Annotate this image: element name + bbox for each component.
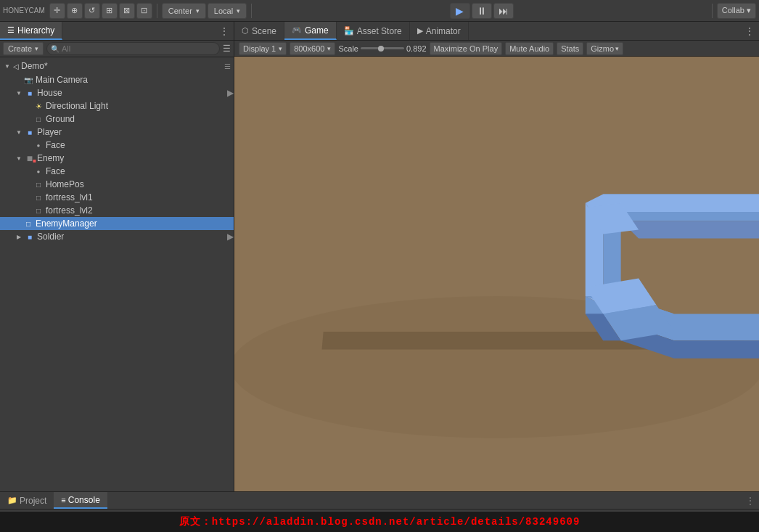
- scale-thumb: [378, 46, 384, 52]
- tab-hierarchy-label: Hierarchy: [17, 25, 54, 36]
- player-arrow: ▼: [15, 128, 23, 136]
- hier-label-ground: Ground: [46, 114, 75, 124]
- player-icon: ■: [25, 127, 35, 137]
- hier-item-face-enemy[interactable]: ● Face: [0, 165, 234, 178]
- hier-label-fortress-lvl2: fortress_lvl2: [46, 205, 93, 216]
- tab-project-label: Project: [20, 496, 46, 506]
- create-button[interactable]: Create: [3, 42, 44, 55]
- scene-root[interactable]: ▼ ◁ Demo* ☰: [0, 59, 234, 73]
- mute-audio-btn[interactable]: Mute Audio: [505, 42, 554, 55]
- face-enemy-icon: ●: [33, 166, 44, 176]
- scale-tool[interactable]: ⊞: [102, 3, 118, 19]
- top-toolbar: HONEYCAM ✛ ⊕ ↺ ⊞ ⊠ ⊡ Center Local ▶ ⏸ ⏭ …: [0, 0, 759, 22]
- app-logo: HONEYCAM: [3, 7, 45, 15]
- hier-item-homepos[interactable]: □ HomePos: [0, 178, 234, 191]
- project-icon: 📁: [7, 496, 17, 505]
- tab-animator[interactable]: ▶ Animator: [410, 22, 469, 40]
- tabs-row: ☰ Hierarchy ⋮ ⬡ Scene 🎮 Game 🏪 Asset Sto…: [0, 22, 759, 41]
- scene-name: Demo*: [21, 61, 48, 71]
- stats-btn[interactable]: Stats: [557, 42, 583, 55]
- maximize-on-play-btn[interactable]: Maximize On Play: [430, 42, 503, 55]
- main-layout: Create 🔍 ☰ ▼ ◁ Demo* ☰ 📷 Main Camera: [0, 41, 759, 491]
- hier-item-house[interactable]: ▼ ■ House ▶: [0, 86, 234, 99]
- hier-item-enemy-manager[interactable]: □ EnemyManager: [0, 217, 234, 230]
- game-canvas: [234, 57, 759, 491]
- right-tab-group: ⬡ Scene 🎮 Game 🏪 Asset Store ▶ Animator …: [234, 22, 759, 40]
- hier-item-directional-light[interactable]: ☀ Directional Light: [0, 99, 234, 112]
- tab-project[interactable]: 📁 Project: [0, 492, 54, 509]
- hier-label-face-player: Face: [46, 140, 65, 150]
- play-controls: ▶ ⏸ ⏭: [450, 3, 514, 19]
- scene-svg: [234, 57, 759, 491]
- house-icon: ■: [25, 88, 35, 98]
- play-button[interactable]: ▶: [450, 3, 470, 19]
- game-view-menu[interactable]: ⋮: [740, 22, 759, 40]
- collab-button[interactable]: Collab ▾: [717, 3, 756, 19]
- hier-item-fortress-lvl1[interactable]: □ fortress_lvl1: [0, 191, 234, 204]
- hierarchy-menu[interactable]: ⋮: [215, 22, 234, 40]
- asset-icon: 🏪: [344, 26, 354, 36]
- hier-item-enemy[interactable]: ▼ ■ ■ Enemy: [0, 152, 234, 165]
- hier-item-face-player[interactable]: ● Face: [0, 139, 234, 152]
- console-icon: ≡: [61, 496, 65, 504]
- hier-item-ground[interactable]: □ Ground: [0, 112, 234, 126]
- light-icon: ☀: [33, 101, 44, 111]
- hand-tool[interactable]: ✛: [49, 3, 65, 19]
- scene-options[interactable]: ☰: [224, 62, 231, 70]
- pause-button[interactable]: ⏸: [472, 3, 492, 19]
- tab-console-label: Console: [68, 495, 100, 505]
- hier-label-fortress-lvl1: fortress_lvl1: [46, 192, 93, 202]
- resolution-selector[interactable]: 800x600: [290, 42, 335, 55]
- scene-icon: ⬡: [242, 26, 249, 36]
- hierarchy-panel: Create 🔍 ☰ ▼ ◁ Demo* ☰ 📷 Main Camera: [0, 41, 234, 491]
- scale-value: 0.892: [406, 44, 427, 53]
- search-wrap: 🔍: [46, 42, 220, 55]
- hier-label-face-enemy: Face: [46, 166, 65, 176]
- tab-scene[interactable]: ⬡ Scene: [234, 22, 284, 40]
- hier-item-player[interactable]: ▼ ■ Player: [0, 126, 234, 139]
- pivot-group: Center Local: [162, 3, 247, 19]
- pivot-center-btn[interactable]: Center: [162, 3, 206, 19]
- enemymanager-icon: □: [23, 218, 33, 229]
- search-icon: 🔍: [51, 45, 60, 53]
- watermark: 原文：https://aladdin.blog.csdn.net/article…: [0, 512, 759, 532]
- animator-icon: ▶: [417, 26, 423, 36]
- bottom-panel-menu[interactable]: ⋮: [742, 492, 759, 509]
- rotate-tool[interactable]: ↺: [84, 3, 100, 19]
- pivot-local-btn[interactable]: Local: [208, 3, 247, 19]
- fortress1-icon: □: [33, 192, 44, 202]
- tab-game[interactable]: 🎮 Game: [284, 22, 337, 40]
- tab-hierarchy[interactable]: ☰ Hierarchy: [0, 22, 62, 40]
- rect-tool[interactable]: ⊠: [119, 3, 135, 19]
- separator-3: [712, 4, 713, 18]
- hier-label-enemy: Enemy: [37, 153, 64, 163]
- tab-animator-label: Animator: [426, 26, 461, 36]
- homepos-icon: □: [33, 179, 44, 189]
- left-tab-group: ☰ Hierarchy ⋮: [0, 22, 234, 40]
- transform-tool[interactable]: ⊡: [136, 3, 152, 19]
- hier-item-main-camera[interactable]: 📷 Main Camera: [0, 73, 234, 86]
- hierarchy-menu-btn[interactable]: ☰: [223, 44, 231, 54]
- transform-tools: ✛ ⊕ ↺ ⊞ ⊠ ⊡: [49, 3, 152, 19]
- bottom-tabs: 📁 Project ≡ Console ⋮: [0, 492, 759, 510]
- display-selector[interactable]: Display 1: [239, 42, 287, 55]
- hier-item-soldier[interactable]: ▶ ■ Soldier ▶: [0, 230, 234, 243]
- ground-icon: □: [33, 114, 44, 124]
- scene-icon-item: ◁: [13, 62, 19, 70]
- scale-slider[interactable]: [361, 47, 404, 49]
- hier-label-enemy-manager: EnemyManager: [36, 218, 97, 229]
- hierarchy-icon: ☰: [7, 25, 15, 35]
- hierarchy-toolbar: Create 🔍 ☰: [0, 41, 234, 57]
- search-input[interactable]: [46, 42, 220, 55]
- separator-2: [251, 4, 252, 18]
- watermark-text: 原文：https://aladdin.blog.csdn.net/article…: [179, 515, 580, 528]
- scale-label: Scale: [338, 44, 358, 53]
- step-button[interactable]: ⏭: [493, 3, 514, 19]
- move-tool[interactable]: ⊕: [67, 3, 83, 19]
- tab-asset-store[interactable]: 🏪 Asset Store: [337, 22, 410, 40]
- enemy-arrow: ▼: [15, 154, 23, 163]
- hier-item-fortress-lvl2[interactable]: □ fortress_lvl2: [0, 204, 234, 217]
- enemy-icon: ■ ■: [25, 153, 35, 163]
- gizmos-btn[interactable]: Gizmo: [586, 42, 623, 55]
- tab-console[interactable]: ≡ Console: [54, 492, 107, 509]
